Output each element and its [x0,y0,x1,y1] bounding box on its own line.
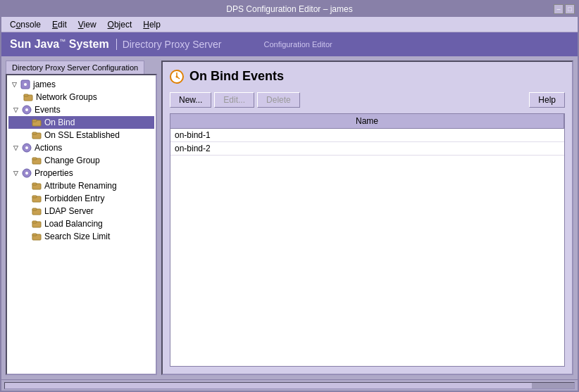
brand-config-editor: Configuration Editor [263,40,332,49]
svg-rect-19 [32,196,37,198]
svg-point-1 [24,83,27,86]
tree-label-actions: Actions [35,143,62,153]
tree-item-network-groups[interactable]: Network Groups [8,91,154,103]
tree-item-ldap-server[interactable]: LDAP Server [8,205,154,217]
tree-item-james[interactable]: ▽ james [8,78,154,91]
brand-dps: Directory Proxy Server [116,39,222,50]
svg-rect-9 [32,132,37,134]
svg-rect-17 [32,183,37,185]
tree-label-forbidden-entry: Forbidden Entry [44,194,104,203]
title-bar: DPS Configuration Editor – james – □ [1,1,578,17]
main-window: DPS Configuration Editor – james – □ Con… [0,0,579,392]
tree-item-attr-renaming[interactable]: Attribute Renaming [8,179,154,192]
gear-icon-events [21,104,32,115]
folder-icon-attr-renaming [31,180,42,191]
gear-icon-james [20,79,31,90]
new-button[interactable]: New... [170,92,211,108]
data-table: Name on-bind-1 on-bind-2 [170,113,565,367]
maximize-button[interactable]: □ [565,4,575,14]
help-button[interactable]: Help [529,92,565,108]
svg-point-5 [25,108,28,111]
tree-item-actions[interactable]: ▽ Actions [8,141,154,154]
table-header: Name [170,114,564,129]
menu-view[interactable]: View [73,18,102,31]
brand-sun: Sun Java™ [10,38,66,51]
folder-icon-search-size-limit [31,231,42,242]
delete-button[interactable]: Delete [257,92,300,108]
tree-label-james: james [33,80,56,89]
folder-icon-forbidden-entry [31,193,42,204]
tree-label-on-ssl: On SSL Established [44,130,120,140]
tree-item-on-bind[interactable]: On Bind [8,116,154,129]
table-row[interactable]: on-bind-1 [170,129,564,142]
folder-icon-ldap-server [31,206,42,217]
svg-point-15 [25,172,28,175]
svg-rect-23 [32,221,37,223]
gear-icon-properties [21,167,32,179]
left-panel: Directory Proxy Server Configuration ▽ j… [6,61,157,375]
scrollbar-thumb[interactable] [532,383,574,388]
right-panel: On Bind Events New... Edit... Delete Hel… [161,61,573,375]
svg-rect-21 [32,208,37,210]
minimize-button[interactable]: – [554,4,564,14]
menu-help[interactable]: Help [137,18,166,31]
tree-label-on-bind: On Bind [44,118,75,127]
svg-rect-7 [32,120,37,122]
folder-icon-on-bind [31,117,42,128]
menu-object[interactable]: Object [102,18,138,31]
tree-label-ldap-server: LDAP Server [44,206,94,216]
panel-title-area: On Bind Events [170,69,565,84]
menu-edit[interactable]: Edit [46,18,73,31]
table-row[interactable]: on-bind-2 [170,142,564,156]
tree-panel[interactable]: ▽ james [6,74,157,375]
svg-rect-25 [32,234,37,236]
tree-label-attr-renaming: Attribute Renaming [44,181,117,191]
bottom-bar [1,379,578,391]
expand-james[interactable]: ▽ [10,80,18,89]
tree-item-load-balancing[interactable]: Load Balancing [8,217,154,230]
brand-system: System [66,38,108,51]
svg-rect-3 [24,94,28,96]
row-2-name: on-bind-2 [170,142,564,155]
tree-item-change-group[interactable]: Change Group [8,154,154,167]
menu-console[interactable]: Console [4,18,46,31]
panel-tab[interactable]: Directory Proxy Server Configuration [6,61,144,74]
expand-actions[interactable]: ▽ [11,144,20,152]
expand-events[interactable]: ▽ [11,106,20,114]
tree-item-events[interactable]: ▽ Events [8,103,154,116]
svg-rect-13 [32,158,37,160]
tree-item-properties[interactable]: ▽ Properties [8,167,154,179]
tree-label-search-size-limit: Search Size Limit [44,232,110,241]
main-content: Directory Proxy Server Configuration ▽ j… [1,56,578,379]
edit-button[interactable]: Edit... [214,92,254,108]
expand-properties[interactable]: ▽ [11,169,20,177]
toolbar: New... Edit... Delete Help [170,92,565,108]
window-title: DPS Configuration Editor – james [226,4,352,14]
clock-icon [170,70,184,84]
tree-label-properties: Properties [35,168,73,178]
svg-point-11 [25,146,28,149]
tree-item-on-ssl[interactable]: On SSL Established [8,129,154,141]
title-bar-buttons: – □ [554,4,575,14]
folder-icon-network-groups [23,91,34,103]
panel-title-text: On Bind Events [189,69,284,84]
row-1-name: on-bind-1 [170,129,564,141]
gear-icon-actions [21,142,32,153]
tree-label-network-groups: Network Groups [36,92,97,102]
folder-icon-change-group [31,155,42,166]
folder-icon-load-balancing [31,218,42,229]
tree-label-load-balancing: Load Balancing [44,219,103,229]
column-name: Name [170,114,564,128]
tree-label-change-group: Change Group [44,156,100,165]
horizontal-scrollbar[interactable] [4,382,575,389]
tree-item-search-size-limit[interactable]: Search Size Limit [8,230,154,243]
tree-label-events: Events [35,105,61,115]
folder-icon-on-ssl [31,129,42,141]
branding-bar: Sun Java™ System Directory Proxy Server … [1,32,578,56]
svg-point-29 [176,75,178,77]
tree-item-forbidden-entry[interactable]: Forbidden Entry [8,192,154,205]
menu-bar: Console Edit View Object Help [1,17,578,32]
